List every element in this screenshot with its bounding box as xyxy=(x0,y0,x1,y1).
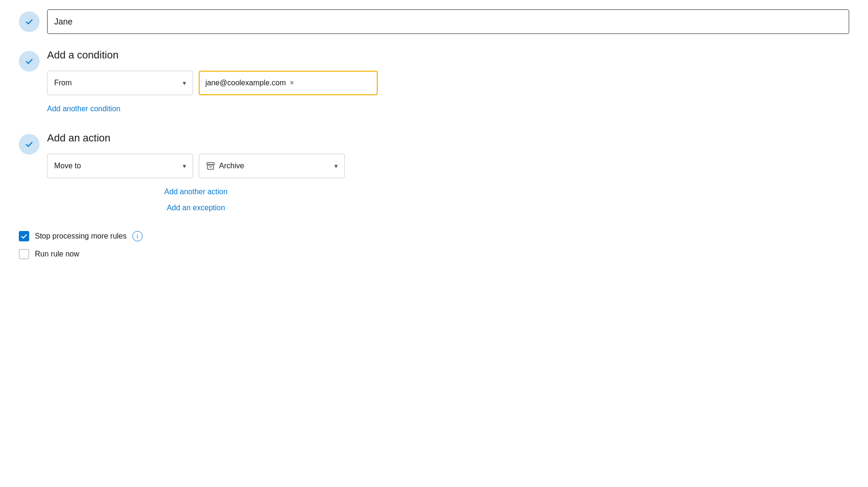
stop-processing-checkbox[interactable] xyxy=(19,231,29,241)
archive-icon xyxy=(206,161,215,171)
action-content: Add an action Move to ▾ Archive xyxy=(47,132,345,214)
action-moveto-dropdown[interactable]: Move to ▾ xyxy=(47,154,193,178)
stop-processing-label: Stop processing more rules xyxy=(35,232,127,240)
action-moveto-chevron-icon: ▾ xyxy=(183,162,186,170)
action-section-title: Add an action xyxy=(47,132,345,144)
condition-email-input[interactable]: jane@coolexample.com × xyxy=(199,71,378,95)
action-archive-label-row: Archive xyxy=(206,161,244,171)
run-rule-checkbox[interactable] xyxy=(19,249,29,259)
condition-from-dropdown[interactable]: From ▾ xyxy=(47,71,193,95)
condition-from-label: From xyxy=(54,79,72,87)
condition-from-chevron-icon: ▾ xyxy=(183,79,186,87)
action-archive-chevron-icon: ▾ xyxy=(334,162,338,170)
condition-content: Add a condition From ▾ jane@coolexample.… xyxy=(47,49,378,115)
action-row: Move to ▾ Archive ▾ xyxy=(47,154,345,178)
action-section: Add an action Move to ▾ Archive xyxy=(19,132,849,214)
rule-name-row xyxy=(19,9,849,34)
run-rule-label: Run rule now xyxy=(35,250,79,258)
add-action-button[interactable]: Add another action xyxy=(47,188,345,196)
condition-section-title: Add a condition xyxy=(47,49,378,61)
run-rule-row: Run rule now xyxy=(19,249,849,259)
stop-processing-row: Stop processing more rules i xyxy=(19,231,849,241)
action-links-block: Add another action Add an exception xyxy=(47,186,345,214)
svg-rect-0 xyxy=(207,163,214,165)
email-tag-close-icon[interactable]: × xyxy=(290,79,294,87)
stop-processing-info-icon[interactable]: i xyxy=(132,231,143,241)
email-tag-value: jane@coolexample.com xyxy=(205,79,286,87)
action-archive-dropdown[interactable]: Archive ▾ xyxy=(199,154,345,178)
add-condition-button[interactable]: Add another condition xyxy=(47,105,121,113)
condition-section: Add a condition From ▾ jane@coolexample.… xyxy=(19,49,849,115)
action-check-icon xyxy=(19,134,40,155)
condition-row: From ▾ jane@coolexample.com × xyxy=(47,71,378,95)
email-tag: jane@coolexample.com × xyxy=(205,79,294,87)
add-exception-button[interactable]: Add an exception xyxy=(47,204,345,212)
rule-name-check-icon xyxy=(19,11,40,32)
action-moveto-label: Move to xyxy=(54,162,81,170)
action-archive-text: Archive xyxy=(219,162,244,170)
rule-name-input[interactable] xyxy=(47,9,849,34)
condition-check-icon xyxy=(19,51,40,72)
